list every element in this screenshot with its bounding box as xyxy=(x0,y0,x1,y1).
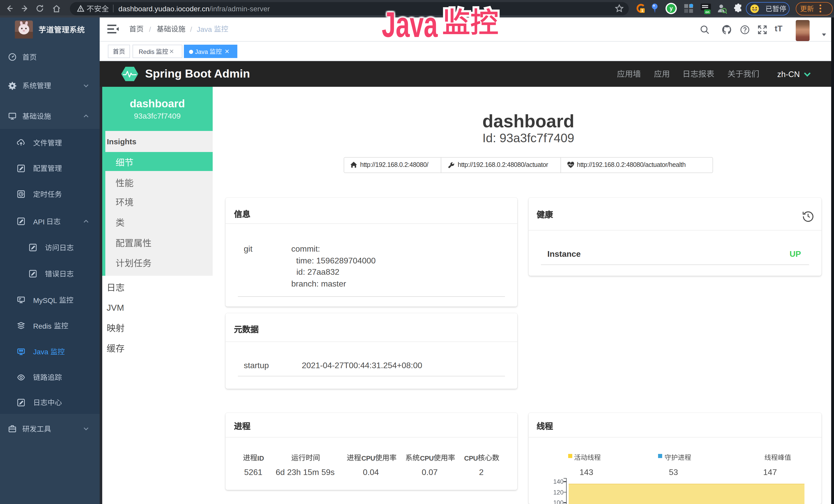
svg-text:on: on xyxy=(705,10,709,14)
svg-text:y: y xyxy=(670,5,673,12)
svg-text:1: 1 xyxy=(641,8,643,13)
